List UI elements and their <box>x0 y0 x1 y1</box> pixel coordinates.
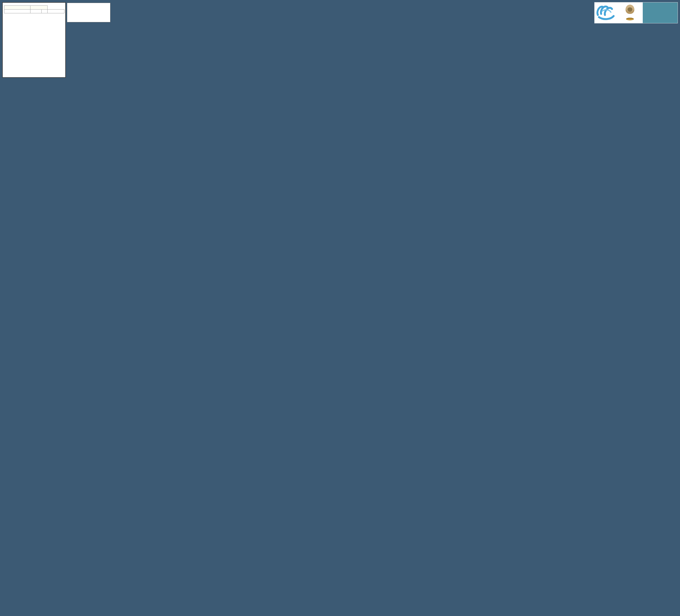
clan-logo-graffiti <box>596 3 623 22</box>
army-table-header-row <box>4 9 64 13</box>
col-header-eh-rest <box>30 9 41 13</box>
army-total-value <box>30 6 47 9</box>
water-background <box>0 0 680 616</box>
col-header-need <box>47 9 64 13</box>
army-table-title-row <box>4 6 64 9</box>
col-header-v <box>41 9 47 13</box>
map-canvas <box>0 0 680 616</box>
army-total-label <box>4 6 30 9</box>
monkey-mascot-icon <box>624 4 636 20</box>
map-guide-stage <box>0 0 680 616</box>
site-banner <box>594 2 678 23</box>
army-table <box>4 5 64 13</box>
adventure-info-panel <box>2 2 66 78</box>
loot-panel <box>67 3 110 22</box>
